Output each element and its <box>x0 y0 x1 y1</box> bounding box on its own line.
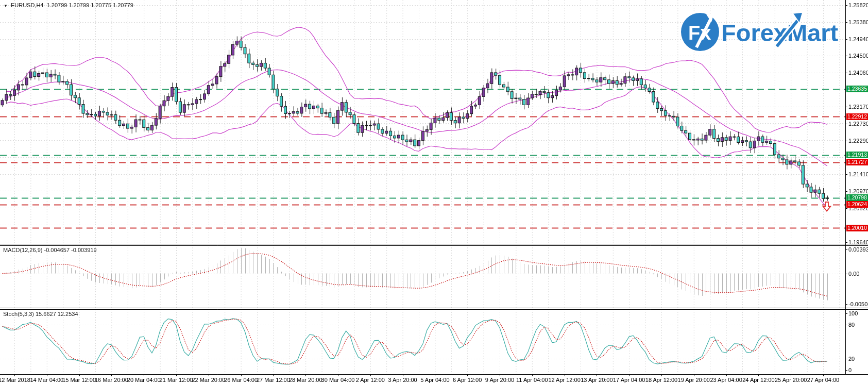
price-axis-tick: 1.25820 <box>848 2 868 8</box>
macd-indicator-label: MACD(12,26,9) -0.004657 -0.003919 <box>3 247 97 253</box>
time-axis-label: 28 Mar 20:00 <box>289 377 322 383</box>
macd-signal-value: -0.003919 <box>71 247 97 253</box>
macd-axis-tick: 0.003933 <box>848 246 868 253</box>
price-level-badge: 1.20798 <box>846 194 868 201</box>
stoch-name: Stoch(5,3,3) <box>3 311 34 317</box>
price-level-badge: 1.23635 <box>846 86 868 92</box>
price-level-badge: 1.22912 <box>846 113 868 120</box>
stoch-axis-tick: 80 <box>848 322 855 328</box>
time-axis-label: 21 Mar 12:00 <box>160 377 193 383</box>
time-axis-label: 18 Apr 12:00 <box>645 377 677 383</box>
time-axis-label: 13 Apr 20:00 <box>581 377 612 383</box>
time-axis-label: 3 Apr 20:00 <box>388 377 417 383</box>
time-axis-label: 17 Apr 04:00 <box>613 377 645 383</box>
time-axis-label: 2 Apr 12:00 <box>356 377 385 383</box>
time-axis-label: 14 Mar 04:00 <box>30 377 63 383</box>
time-axis-label: 25 Apr 20:00 <box>775 377 807 383</box>
chart-header: ▼EURUSD,H4 1.20799 1.20799 1.20775 1.207… <box>4 2 133 8</box>
price-level-badge: 1.20010 <box>846 225 868 231</box>
time-axis-label: 27 Mar 12:00 <box>257 377 290 383</box>
price-axis-tick: 1.19640 <box>848 239 868 245</box>
trading-chart-window: ▼EURUSD,H4 1.20799 1.20799 1.20775 1.207… <box>0 0 868 384</box>
price-level-badge: 1.21727 <box>846 159 868 165</box>
macd-axis-tick: -0.005066 <box>848 301 868 307</box>
sell-signal-arrow-icon <box>822 201 831 212</box>
price-axis-tick: 1.24940 <box>848 36 868 42</box>
time-axis-label: 9 Apr 20:00 <box>485 377 514 383</box>
chart-canvas[interactable] <box>0 0 868 384</box>
forexmart-logo: Fx ForexMart <box>679 9 849 56</box>
time-axis-label: 20 Mar 04:00 <box>127 377 161 383</box>
price-level-badge: 1.21913 <box>846 152 868 158</box>
macd-main-value: -0.004657 <box>44 247 70 253</box>
price-axis-tick: 1.25380 <box>848 19 868 25</box>
price-axis-tick: 1.21410 <box>848 171 868 177</box>
price-level-badge: 1.20624 <box>846 201 868 208</box>
macd-name: MACD(12,26,9) <box>3 247 42 253</box>
time-axis-label: 26 Mar 04:00 <box>224 377 258 383</box>
time-axis-label: 12 Mar 2018 <box>0 377 30 383</box>
chart-menu-arrow-icon[interactable]: ▼ <box>4 4 8 8</box>
time-axis-label: 16 Mar 20:00 <box>95 377 128 383</box>
stoch-axis-tick: 0 <box>848 367 852 373</box>
time-axis-label: 6 Apr 12:00 <box>453 377 482 383</box>
time-axis-label: 15 Mar 12:00 <box>62 377 96 383</box>
price-axis-tick: 1.24060 <box>848 70 868 76</box>
price-axis-tick: 1.23170 <box>848 104 868 110</box>
time-axis-label: 22 Mar 20:00 <box>192 377 225 383</box>
price-axis-tick: 1.24500 <box>848 53 868 59</box>
time-axis-label: 19 Apr 20:00 <box>678 377 710 383</box>
time-axis-label: 11 Apr 04:00 <box>516 377 548 383</box>
time-axis-label: 27 Apr 04:00 <box>807 377 839 383</box>
price-axis-tick: 1.20970 <box>848 188 868 194</box>
time-axis-label: 5 Apr 04:00 <box>420 377 449 383</box>
time-axis-label: 23 Apr 04:00 <box>710 377 742 383</box>
time-axis-label: 24 Apr 12:00 <box>742 377 774 383</box>
stoch-indicator-label: Stoch(5,3,3) 15.6627 12.2534 <box>3 311 78 317</box>
time-axis-label: 12 Apr 12:00 <box>548 377 580 383</box>
stoch-k-value: 15.6627 <box>36 311 56 317</box>
stoch-d-value: 12.2534 <box>58 311 78 317</box>
symbol-timeframe-label: EURUSD,H4 <box>11 2 44 8</box>
price-axis-tick: 1.22290 <box>848 138 868 144</box>
macd-axis-tick: 0.00 <box>848 271 859 277</box>
quote-ohlc-values: 1.20799 1.20799 1.20775 1.20779 <box>47 2 133 8</box>
stoch-axis-tick: 100 <box>848 310 858 316</box>
time-axis-label: 30 Mar 04:00 <box>321 377 355 383</box>
price-axis-tick: 1.22730 <box>848 121 868 127</box>
stoch-axis-tick: 20 <box>848 356 855 362</box>
